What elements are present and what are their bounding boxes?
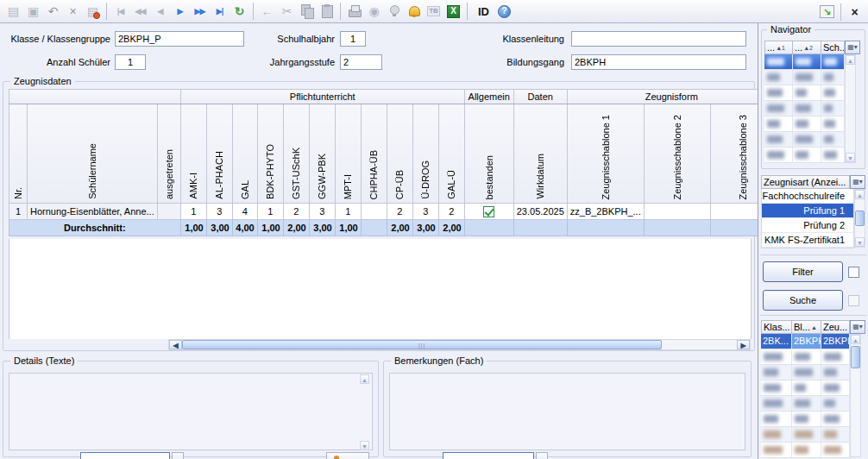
details-combo-button[interactable] <box>172 452 184 459</box>
cell-ausgetreten[interactable] <box>157 204 180 220</box>
save-button[interactable]: ▣ <box>23 2 43 22</box>
hscroll-left-arrow[interactable]: ◀ <box>169 340 182 349</box>
col-header-gal-ue[interactable]: GAL-Ü <box>438 104 464 204</box>
nav-first-button[interactable]: |◀ <box>110 2 130 22</box>
cell-bdk-phyto[interactable]: 1 <box>257 204 283 220</box>
col-header-ue-drog[interactable]: Ü-DROG <box>412 104 438 204</box>
schulhalbjahr-input[interactable] <box>340 31 366 47</box>
navigator-col-3[interactable]: Sch... <box>821 41 845 54</box>
jahrgangsstufe-input[interactable] <box>340 54 382 70</box>
col-header-chpha-ueb[interactable]: CHPHA-ÜB <box>361 104 387 204</box>
col-header-nr[interactable]: Nr. <box>9 104 28 204</box>
klassen-vscroll-thumb[interactable] <box>851 346 860 368</box>
cell-gal-ue[interactable]: 2 <box>438 204 464 220</box>
notification-bell-button[interactable] <box>404 2 424 22</box>
cell-cp-ueb[interactable]: 2 <box>387 204 412 220</box>
hscroll-track[interactable] <box>662 340 737 349</box>
col-header-schuelername[interactable]: Schülername <box>28 104 158 204</box>
col-header-bdk-phyto[interactable]: BDK-PHYTO <box>257 104 283 204</box>
details-template-combo[interactable] <box>80 452 170 459</box>
zeugnisart-vscrollbar[interactable]: ▲ ▼ <box>854 189 865 248</box>
klasse-input[interactable] <box>115 31 244 47</box>
cell-al-phach[interactable]: 3 <box>206 204 232 220</box>
klassen-selected-row[interactable]: 2BK...2BKPH2BKPH <box>761 334 850 349</box>
nav-next-button[interactable]: ▶ <box>170 2 190 22</box>
details-action-button[interactable] <box>326 452 369 459</box>
anonymized-row[interactable] <box>761 380 850 396</box>
zeugnisart-header-label-cell[interactable]: Zeugnisart (Anzei... <box>761 175 850 189</box>
back-button[interactable]: ← <box>257 2 277 22</box>
new-record-button[interactable]: ▤ <box>3 2 23 22</box>
cut-button[interactable]: ✂ <box>277 2 297 22</box>
anonymized-row[interactable] <box>761 396 850 412</box>
anonymized-row[interactable] <box>761 365 850 380</box>
details-vscroll-down[interactable]: ▼ <box>360 441 369 450</box>
cd-button[interactable]: ◉ <box>364 2 384 22</box>
anzahl-schueler-input[interactable] <box>115 54 146 70</box>
anonymized-row[interactable] <box>764 54 845 70</box>
klassen-col-2[interactable]: Bl... ▲ <box>792 320 821 334</box>
cell-ue-drog[interactable]: 3 <box>412 204 438 220</box>
col-header-cp-ueb[interactable]: CP-ÜB <box>387 104 412 204</box>
col-header-gal[interactable]: GAL <box>232 104 257 204</box>
close-button[interactable]: × <box>845 2 865 22</box>
form-properties-button[interactable]: ▤ <box>83 2 103 22</box>
details-vscrollbar[interactable]: ▲ ▼ <box>360 374 371 450</box>
filter-checkbox[interactable] <box>848 267 859 278</box>
col-header-bestanden[interactable]: bestanden <box>464 104 513 204</box>
col-header-mpt-i[interactable]: MPT-I <box>335 104 361 204</box>
anonymized-row[interactable] <box>764 101 845 116</box>
col-header-gst-uschk[interactable]: GST-USchK <box>283 104 309 204</box>
cell-ggw-pbk[interactable]: 3 <box>309 204 335 220</box>
cell-nr[interactable]: 1 <box>9 204 28 220</box>
cell-mpt-i[interactable]: 1 <box>335 204 361 220</box>
navigator-grid-menu-button[interactable]: ▦▾ <box>845 41 860 54</box>
hscroll-thumb[interactable]: ||| <box>182 340 662 349</box>
navigator-vscroll-up[interactable]: ▲ <box>846 55 855 65</box>
zeugnisart-item-3[interactable]: Prüfung 2 <box>762 218 853 233</box>
navigator-vscroll-down[interactable]: ▼ <box>846 153 855 162</box>
nav-prev-button[interactable]: ◀ <box>150 2 170 22</box>
zeugnisart-vscroll-up[interactable]: ▲ <box>855 190 865 199</box>
cell-schuelername[interactable]: Hornung-Eisenblätter, Anne... <box>28 204 158 220</box>
details-vscroll-up[interactable]: ▲ <box>360 374 369 384</box>
undo-button[interactable]: ↶ <box>43 2 63 22</box>
filter-button[interactable]: Filter <box>763 261 843 282</box>
zeugnisart-vscroll-thumb[interactable] <box>855 211 865 226</box>
bestanden-checkbox[interactable] <box>483 206 494 217</box>
anonymized-row[interactable] <box>764 85 845 101</box>
col-header-zs2[interactable]: Zeugnisschablone 2 <box>644 104 710 204</box>
col-header-wirkdatum[interactable]: Wirkdatum <box>513 104 567 204</box>
window-switch-button[interactable]: ↘ <box>817 2 837 22</box>
anonymized-row[interactable] <box>764 70 845 85</box>
nav-next-fast-button[interactable]: ▶▶ <box>190 2 210 22</box>
bemerkungen-textarea[interactable] <box>389 373 745 450</box>
cell-gst-uschk[interactable]: 2 <box>283 204 309 220</box>
delete-button[interactable]: × <box>63 2 83 22</box>
bildungsgang-input[interactable] <box>571 54 746 70</box>
anonymized-row[interactable] <box>761 427 850 443</box>
col-header-amk-i[interactable]: AMK-I <box>180 104 206 204</box>
student-row[interactable]: 1Hornung-Eisenblätter, Anne...1341231232… <box>9 204 777 220</box>
refresh-button[interactable]: ↻ <box>230 2 249 22</box>
klassen-vscrollbar[interactable]: ▲ <box>850 334 861 457</box>
cell-amk-i[interactable]: 1 <box>180 204 206 220</box>
cell-chpha-ueb[interactable] <box>361 204 387 220</box>
anonymized-row[interactable] <box>761 412 850 427</box>
anonymized-row[interactable] <box>764 148 845 163</box>
excel-export-button[interactable]: X <box>443 2 463 22</box>
details-textarea[interactable]: ▲ ▼ <box>9 373 373 450</box>
nav-last-button[interactable]: ▶| <box>210 2 230 22</box>
hscroll-right-arrow[interactable]: ▶ <box>737 340 750 349</box>
col-header-ggw-pbk[interactable]: GGW-PBK <box>309 104 335 204</box>
cell-zs2[interactable] <box>644 204 710 220</box>
cell-bestanden[interactable] <box>464 204 513 220</box>
klassen-vscroll-up[interactable]: ▲ <box>851 335 860 344</box>
col-header-al-phach[interactable]: AL-PHACH <box>206 104 232 204</box>
cell-zs1[interactable]: zz_B_2BKPH_... <box>567 204 644 220</box>
paste-button[interactable] <box>317 2 337 22</box>
grid-hscrollbar[interactable]: ◀ ||| ▶ <box>168 339 751 350</box>
col-header-ausgetreten[interactable]: ausgetreten <box>157 104 180 204</box>
navigator-col-1[interactable]: ... ▲1 <box>764 41 793 54</box>
anonymized-row[interactable] <box>761 349 850 365</box>
